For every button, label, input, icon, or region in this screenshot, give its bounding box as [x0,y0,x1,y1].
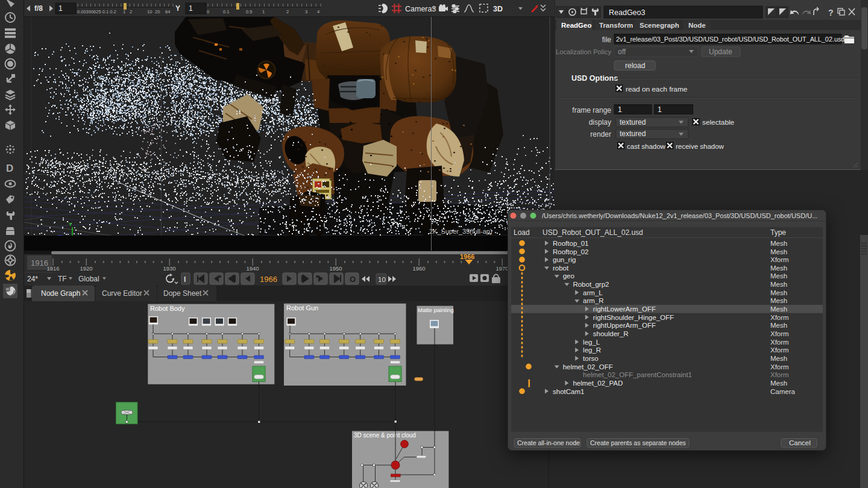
svg-text:3D scene & point cloud: 3D scene & point cloud [354,432,416,439]
svg-text:cast shadow: cast shadow [627,143,666,150]
svg-text:read on each frame: read on each frame [626,85,688,93]
svg-text:Type: Type [770,228,786,237]
svg-text:Mesh: Mesh [770,355,787,362]
svg-text:0.1: 0.1 [223,9,229,14]
svg-text:Mesh: Mesh [770,297,787,304]
svg-text:Xform: Xform [770,346,789,354]
svg-text:Robot Gun: Robot Gun [286,304,318,311]
svg-text:Update: Update [709,48,732,56]
svg-text:ReadGeo3: ReadGeo3 [609,8,646,17]
svg-text:64: 64 [165,9,170,14]
svg-text:Xform: Xform [770,339,789,346]
svg-text:Create all-in-one node: Create all-in-one node [517,439,580,446]
svg-text:Matte painting: Matte painting [418,307,454,313]
svg-text:Rooftop_02: Rooftop_02 [553,248,588,255]
svg-text:Xform: Xform [770,256,789,263]
svg-text:Mesh: Mesh [770,305,787,313]
svg-text:1966: 1966 [260,275,277,284]
svg-text:shotCam1: shotCam1 [553,388,584,395]
svg-text:Transform: Transform [599,22,633,29]
svg-text:frame range: frame range [572,106,611,114]
svg-text:leg_R: leg_R [583,346,601,354]
svg-text:leg_L: leg_L [583,339,600,346]
svg-text:file: file [602,36,612,44]
svg-text:Cancel: Cancel [789,439,811,446]
svg-text:Y: Y [69,222,72,227]
svg-text:O: O [350,275,356,284]
svg-text:10: 10 [147,9,152,14]
svg-text:1916: 1916 [46,265,59,272]
svg-text:rightUpperArm_OFF: rightUpperArm_OFF [593,322,656,329]
svg-text:1: 1 [123,9,125,14]
svg-text:Xform: Xform [770,363,789,371]
svg-text:display: display [589,118,611,127]
svg-text:gun_rig: gun_rig [553,256,576,263]
svg-text:Mesh: Mesh [770,264,787,272]
svg-text:1: 1 [189,4,193,13]
svg-text:Camera3: Camera3 [405,5,436,13]
svg-text:Node: Node [688,22,706,29]
svg-text:10: 10 [378,276,386,283]
svg-text:helmet_02_OFF: helmet_02_OFF [563,363,613,371]
svg-text:torso: torso [583,355,599,362]
svg-text:rightLowerArm_OFF: rightLowerArm_OFF [593,305,656,313]
svg-text:Mesh: Mesh [770,289,787,296]
svg-text:/Users/chris.wetherly/Download: /Users/chris.wetherly/Downloads/Nuke12_2… [542,212,817,219]
svg-text:1: 1 [618,105,622,114]
svg-text:Mesh: Mesh [770,322,787,329]
svg-text:Xform: Xform [770,371,789,378]
svg-text:Create parents as separate nod: Create parents as separate nodes [590,439,686,446]
svg-text:1: 1 [658,105,662,114]
svg-text:Xform: Xform [770,330,789,337]
svg-text:2v1_release/03_Post/3D/USD/USD: 2v1_release/03_Post/3D/USD/USD_robot/USD… [616,36,844,43]
svg-text:Rooftop_01: Rooftop_01 [553,240,588,247]
svg-text:Mesh: Mesh [770,380,787,387]
svg-text:Y: Y [175,4,180,13]
svg-text:Robot_grp2: Robot_grp2 [573,281,609,288]
svg-text:Global: Global [78,275,99,283]
svg-text:1940: 1940 [246,265,259,272]
svg-text:0.00390625 0.1 0.2: 0.00390625 0.1 0.2 [77,9,116,14]
svg-text:f/8: f/8 [34,4,43,13]
svg-text:Camera: Camera [770,388,796,395]
svg-text:USD_Robot_OUT_ALL_02.usd: USD_Robot_OUT_ALL_02.usd [542,228,643,237]
svg-text:render: render [590,130,611,139]
svg-text:3D: 3D [493,5,503,13]
svg-text:24*: 24* [27,275,38,283]
svg-text:Dope Sheet: Dope Sheet [163,289,202,298]
svg-text:TF: TF [58,275,67,283]
svg-text:1960: 1960 [412,265,425,272]
svg-text:Xform: Xform [770,314,789,321]
svg-text:ReadGeo: ReadGeo [561,22,592,29]
svg-text:geo: geo [563,272,574,280]
svg-text:3: 3 [305,9,307,14]
svg-text:Mesh: Mesh [770,248,787,255]
svg-text:1970: 1970 [495,265,508,272]
svg-text:Load: Load [514,228,530,237]
svg-text:helmet_02_OFF_parentConstraint: helmet_02_OFF_parentConstraint1 [583,371,692,378]
svg-text:D: D [6,163,13,174]
svg-text:selectable: selectable [702,118,735,127]
svg-text:textured: textured [620,118,646,127]
svg-text:20: 20 [155,9,160,14]
svg-text:I: I [184,275,186,284]
svg-text:rightShoulder_Hinge_OFF: rightShoulder_Hinge_OFF [593,314,674,321]
svg-text:0.5: 0.5 [246,9,252,14]
svg-text:Robot Body: Robot Body [150,305,185,312]
svg-text:shoulder_R: shoulder_R [593,330,629,337]
svg-text:?: ? [828,8,834,17]
svg-text:1920: 1920 [80,265,92,272]
svg-text:2K_Super_35(full-ap): 2K_Super_35(full-ap) [429,228,492,235]
svg-text:Mesh: Mesh [770,281,787,288]
svg-text:1950: 1950 [329,265,342,272]
svg-text:Curve Editor: Curve Editor [102,289,142,298]
svg-text:1: 1 [262,9,265,14]
svg-text:1966: 1966 [460,253,474,260]
svg-text:reload: reload [625,61,645,70]
svg-text:USD Options: USD Options [571,74,618,83]
svg-text:1916: 1916 [31,258,48,267]
svg-text:2: 2 [130,9,132,14]
svg-text:Scenegraph: Scenegraph [640,22,679,29]
svg-text:arm_R: arm_R [583,297,604,304]
svg-text:textured: textured [620,130,646,138]
